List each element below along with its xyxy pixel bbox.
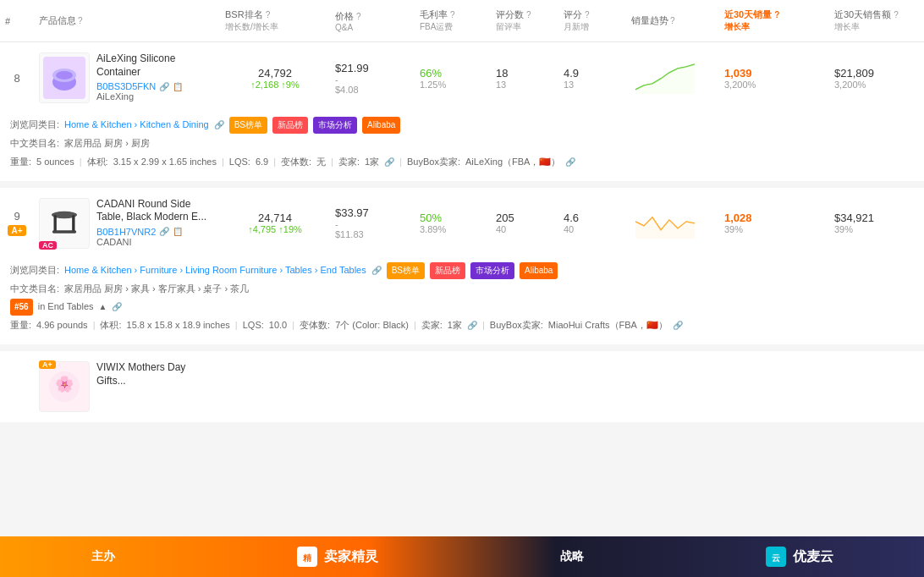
row-10-product: 🌸 A+ VIWIX Mothers Day Gifts... (34, 360, 220, 414)
row-9-trend (626, 205, 719, 241)
row-9-rank-link-icon[interactable]: 🔗 (112, 299, 122, 315)
row-9-variants: 7个 (Color: Black) (335, 317, 409, 334)
row-8-index: 8 (0, 70, 34, 86)
row-8-sellers-icon[interactable]: 🔗 (384, 155, 394, 170)
table-row: 9 A+ (0, 188, 924, 352)
svg-rect-6 (54, 215, 57, 233)
svg-point-3 (56, 71, 73, 80)
row-8-volume: 3.15 x 2.99 x 1.65 inches (113, 154, 217, 171)
row-10-index (0, 385, 34, 388)
row-8-sales30: 1,039 3,200% (719, 65, 829, 91)
row-9-tag-new[interactable]: 新品榜 (430, 262, 465, 279)
row-10-name: VIWIX Mothers Day Gifts... (96, 361, 215, 387)
row-9-price: $33.97 - $11.83 (330, 205, 415, 241)
row-8-cat-link-icon[interactable]: 🔗 (214, 118, 224, 133)
row-9-sales30: 1,028 39% (719, 210, 829, 236)
col-index: # (0, 5, 34, 36)
row-9-asin-copy-icon[interactable]: 📋 (173, 227, 183, 236)
row-9-brand: CADANI (96, 237, 215, 247)
row-9-sellers-icon[interactable]: 🔗 (467, 318, 477, 333)
row-8-bsr-change: ↑2,168 ↑9% (225, 80, 325, 90)
row-8-checkbox[interactable]: 8 (5, 72, 29, 85)
row-9-main: 9 A+ (0, 188, 924, 259)
row-9-margin: 50% 3.89% (415, 210, 491, 236)
row-9-detail: 浏览同类目: Home & Kitchen › Furniture › Livi… (0, 259, 924, 345)
row-9-category-link[interactable]: Home & Kitchen › Furniture › Living Room… (64, 262, 366, 279)
reviews-help-icon[interactable]: ? (526, 10, 531, 19)
rating-help-icon[interactable]: ? (585, 10, 590, 19)
row-8-image[interactable] (39, 52, 90, 103)
col-reviews: 评分数 ? 留评率 (491, 5, 558, 36)
price-help-icon[interactable]: ? (356, 12, 361, 21)
row-8-trend (626, 60, 719, 96)
svg-rect-8 (52, 230, 76, 233)
partial-row-10: 🌸 A+ VIWIX Mothers Day Gifts... (0, 351, 924, 429)
row-8-rating: 4.9 13 (558, 65, 626, 91)
row-8-name: AiLeXing Silicone Container (96, 52, 215, 79)
row-9-tag-bs[interactable]: BS榜单 (387, 262, 425, 279)
row-9-revenue30: $34,921 39% (829, 210, 924, 236)
col-rating: 评分 ? 月新增 (558, 5, 626, 36)
row-8-variants: 无 (316, 154, 326, 171)
col-product-info: 产品信息 ? (34, 5, 220, 36)
row-9-index: 9 A+ (0, 208, 34, 238)
row-8-revenue30: $21,809 3,200% (829, 65, 924, 91)
row-9-lqs: 10.0 (269, 317, 287, 334)
row-9-rank-badge: #56 (10, 299, 33, 316)
col-price: 价格 ? Q&A (330, 5, 415, 36)
row-8-asin[interactable]: B0BS3D5FKN (96, 81, 156, 91)
row-9-aplus-badge: A+ (8, 225, 25, 236)
table-header: # 产品信息 ? BSR排名 ? 增长数/增长率 价格 ? Q&A 毛利率 ? … (0, 0, 924, 42)
row-8-margin: 66% 1.25% (415, 65, 491, 91)
row-9-tag-alibaba[interactable]: Alibaba (520, 262, 558, 279)
row-9-volume: 15.8 x 15.8 x 18.9 inches (127, 317, 230, 334)
row-9-info: CADANI Round Side Table, Black Modern E.… (96, 198, 215, 247)
col-margin: 毛利率 ? FBA运费 (415, 5, 491, 36)
trend-help-icon[interactable]: ? (670, 16, 675, 25)
row-9-rating: 4.6 40 (558, 210, 626, 236)
sales30-help-icon[interactable]: ? (774, 10, 779, 19)
row-8-reviews: 18 13 (491, 65, 558, 91)
row-8-info: AiLeXing Silicone Container B0BS3D5FKN 🔗… (96, 52, 215, 102)
row-8-brand: AiLeXing (96, 91, 215, 102)
row-8-price: $21.99 - $4.08 (330, 60, 415, 96)
margin-help-icon[interactable]: ? (450, 10, 455, 19)
row-8-tag-alibaba[interactable]: Alibaba (362, 117, 400, 134)
row-8-category-link[interactable]: Home & Kitchen › Kitchen & Dining (64, 117, 209, 134)
bsr-help-icon[interactable]: ? (266, 10, 271, 19)
row-9-product: AC CADANI Round Side Table, Black Modern… (34, 196, 220, 250)
row-9-bsr-change: ↑4,795 ↑19% (225, 224, 325, 234)
row-8-asin-link-icon[interactable]: 🔗 (159, 82, 169, 91)
row-8-tag-bs[interactable]: BS榜单 (229, 117, 267, 134)
col-trend: 销量趋势 ? (626, 5, 719, 36)
table-row: 8 AiLeXing Silicone Container (0, 42, 924, 188)
row-8-buybox-icon[interactable]: 🔗 (565, 155, 575, 170)
row-8-tag-new[interactable]: 新品榜 (272, 117, 308, 134)
row-9-bsr: 24,714 ↑4,795 ↑19% (220, 210, 330, 236)
row-9-buybox: MiaoHui Crafts（FBA，🇨🇳） (548, 317, 668, 334)
svg-marker-4 (635, 64, 695, 94)
row-9-buybox-icon[interactable]: 🔗 (673, 318, 683, 333)
product-help-icon[interactable]: ? (78, 16, 83, 25)
row-8-tag-market[interactable]: 市场分析 (313, 117, 357, 134)
row-9-sellers: 1家 (448, 317, 462, 334)
row-9-tag-market[interactable]: 市场分析 (470, 262, 514, 279)
row-8-sellers: 1家 (365, 154, 379, 171)
row-8-asin-copy-icon[interactable]: 📋 (173, 82, 183, 91)
row-9-rank-up-icon[interactable]: ▲ (99, 299, 107, 315)
row-8-weight: 5 ounces (36, 154, 74, 171)
row-8-detail: 浏览同类目: Home & Kitchen › Kitchen & Dining… (0, 113, 924, 181)
row-8-bsr: 24,792 ↑2,168 ↑9% (220, 65, 330, 91)
row-10-aplus-badge: A+ (39, 360, 56, 369)
row-9-asin[interactable]: B0B1H7VNR2 (96, 227, 156, 237)
revenue30-help-icon[interactable]: ? (894, 10, 899, 19)
row-9-asin-link-icon[interactable]: 🔗 (159, 227, 169, 236)
svg-marker-9 (635, 217, 695, 239)
row-9-reviews: 205 40 (491, 210, 558, 236)
row-10-info: VIWIX Mothers Day Gifts... (96, 361, 215, 390)
row-9-name: CADANI Round Side Table, Black Modern E.… (96, 198, 215, 224)
row-8-buybox: AiLeXing（FBA，🇨🇳） (465, 154, 560, 171)
row-9-cat-link-icon[interactable]: 🔗 (371, 263, 382, 278)
row-8-main: 8 AiLeXing Silicone Container (0, 42, 924, 113)
row-9-weight: 4.96 pounds (36, 317, 88, 334)
